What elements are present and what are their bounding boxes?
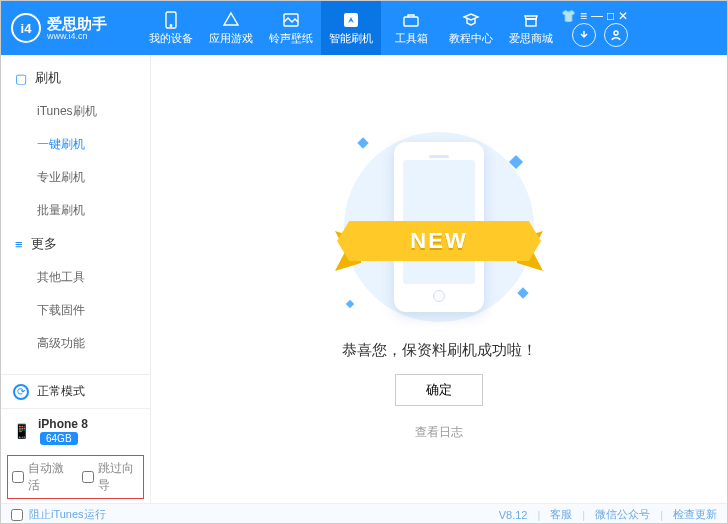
svg-rect-4	[404, 17, 418, 26]
title-bar: i4 爱思助手 www.i4.cn 我的设备 应用游戏 铃声壁纸 智能刷机 工具…	[1, 1, 727, 55]
wallpaper-icon	[282, 11, 300, 29]
device-mode-row[interactable]: ⟳ 正常模式	[1, 375, 150, 409]
nav-flash[interactable]: 智能刷机	[321, 1, 381, 55]
main-panel: NEW 恭喜您，保资料刷机成功啦！ 确定 查看日志	[151, 55, 727, 503]
device-row[interactable]: 📱 iPhone 8 64GB	[1, 409, 150, 453]
list-icon: ≡	[15, 237, 23, 252]
app-name: 爱思助手	[47, 16, 107, 31]
nav-my-device[interactable]: 我的设备	[141, 1, 201, 55]
status-bar: 阻止iTunes运行 V8.12 | 客服 | 微信公众号 | 检查更新	[1, 503, 727, 524]
success-illustration: NEW	[329, 127, 549, 327]
flash-icon	[342, 11, 360, 29]
options-highlight: 自动激活 跳过向导	[7, 455, 144, 499]
nav-tutorials[interactable]: 教程中心	[441, 1, 501, 55]
phone-outline-icon: ▢	[15, 71, 27, 86]
sidebar-item-advanced[interactable]: 高级功能	[1, 327, 150, 360]
user-button[interactable]	[604, 23, 628, 47]
storage-badge: 64GB	[40, 432, 78, 445]
new-ribbon: NEW	[337, 221, 541, 261]
menu-icon[interactable]: ≡	[580, 9, 587, 23]
download-button[interactable]	[572, 23, 596, 47]
sidebar: ▢ 刷机 iTunes刷机 一键刷机 专业刷机 批量刷机 ≡ 更多 其他工具 下…	[1, 55, 151, 503]
svg-point-1	[170, 24, 172, 26]
check-update-link[interactable]: 检查更新	[673, 507, 717, 522]
block-itunes-checkbox[interactable]: 阻止iTunes运行	[11, 507, 106, 522]
version-label: V8.12	[499, 509, 528, 521]
view-log-link[interactable]: 查看日志	[415, 424, 463, 441]
sidebar-item-itunes-flash[interactable]: iTunes刷机	[1, 95, 150, 128]
apps-icon	[222, 11, 240, 29]
maximize-icon[interactable]: □	[607, 9, 614, 23]
skip-guide-checkbox[interactable]: 跳过向导	[82, 460, 140, 494]
ok-button[interactable]: 确定	[395, 374, 483, 406]
shirt-icon[interactable]: 👕	[561, 9, 576, 23]
top-nav: 我的设备 应用游戏 铃声壁纸 智能刷机 工具箱 教程中心 爱思商城	[141, 1, 561, 55]
sidebar-group-flash[interactable]: ▢ 刷机	[1, 61, 150, 95]
sidebar-group-more[interactable]: ≡ 更多	[1, 227, 150, 261]
sidebar-item-other-tools[interactable]: 其他工具	[1, 261, 150, 294]
tutorial-icon	[462, 11, 480, 29]
sidebar-item-batch-flash[interactable]: 批量刷机	[1, 194, 150, 227]
toolbox-icon	[402, 11, 420, 29]
nav-store[interactable]: 爱思商城	[501, 1, 561, 55]
nav-toolbox[interactable]: 工具箱	[381, 1, 441, 55]
wechat-link[interactable]: 微信公众号	[595, 507, 650, 522]
nav-apps[interactable]: 应用游戏	[201, 1, 261, 55]
sidebar-item-oneclick-flash[interactable]: 一键刷机	[1, 128, 150, 161]
sidebar-item-pro-flash[interactable]: 专业刷机	[1, 161, 150, 194]
phone-icon	[162, 11, 180, 29]
minimize-icon[interactable]: —	[591, 9, 603, 23]
device-phone-icon: 📱	[13, 423, 30, 439]
close-icon[interactable]: ✕	[618, 9, 628, 23]
app-site: www.i4.cn	[47, 31, 107, 41]
device-name: iPhone 8	[38, 417, 88, 431]
logo-icon: i4	[11, 13, 41, 43]
auto-activate-checkbox[interactable]: 自动激活	[12, 460, 70, 494]
svg-rect-5	[526, 19, 536, 26]
store-icon	[522, 11, 540, 29]
window-controls: 👕 ≡ — □ ✕	[561, 9, 630, 23]
success-message: 恭喜您，保资料刷机成功啦！	[342, 341, 537, 360]
app-logo: i4 爱思助手 www.i4.cn	[11, 13, 141, 43]
svg-point-6	[614, 31, 618, 35]
refresh-icon: ⟳	[13, 384, 29, 400]
sidebar-item-download-firmware[interactable]: 下载固件	[1, 294, 150, 327]
support-link[interactable]: 客服	[550, 507, 572, 522]
nav-ringtones[interactable]: 铃声壁纸	[261, 1, 321, 55]
